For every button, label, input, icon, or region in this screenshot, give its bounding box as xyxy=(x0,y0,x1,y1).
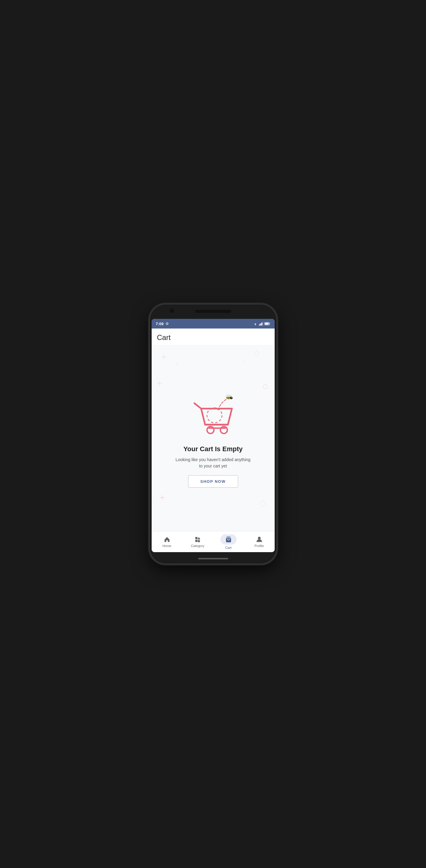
status-right xyxy=(253,322,270,326)
nav-label-category: Category xyxy=(191,544,205,548)
status-bar: 7:09 ⚙ xyxy=(152,319,275,329)
phone-frame: 7:09 ⚙ xyxy=(150,304,276,564)
battery-icon xyxy=(265,322,270,326)
shop-now-button[interactable]: SHOP NOW xyxy=(188,475,238,488)
svg-point-0 xyxy=(255,325,256,326)
svg-marker-7 xyxy=(254,351,260,356)
svg-point-26 xyxy=(231,397,232,398)
phone-screen: 7:09 ⚙ xyxy=(152,319,275,552)
bottom-navigation: Home Category xyxy=(152,531,275,552)
empty-cart-title: Your Cart Is Empty xyxy=(183,445,242,453)
svg-rect-27 xyxy=(195,537,197,539)
status-time: 7:09 xyxy=(156,321,164,326)
sparkle-decoration-1 xyxy=(161,354,167,360)
dot-decoration-1 xyxy=(176,363,178,365)
svg-point-25 xyxy=(230,396,233,399)
svg-marker-9 xyxy=(259,500,266,507)
svg-rect-30 xyxy=(195,539,197,541)
svg-point-24 xyxy=(228,395,232,397)
empty-cart-subtitle: Looking like you haven't added anything … xyxy=(174,457,252,469)
signal-icon xyxy=(259,322,263,326)
app-header: Cart xyxy=(152,329,275,345)
svg-point-32 xyxy=(258,536,261,539)
nav-label-cart: Cart xyxy=(225,546,232,550)
background-decorations xyxy=(152,345,275,531)
settings-icon: ⚙ xyxy=(165,321,169,326)
svg-marker-28 xyxy=(197,537,200,539)
empty-cart-svg xyxy=(186,389,240,437)
svg-rect-3 xyxy=(262,322,262,326)
page-title: Cart xyxy=(157,333,269,342)
nav-item-cart[interactable]: Cart xyxy=(213,531,244,552)
diamond-decoration-2 xyxy=(259,500,266,507)
phone-bottom-bar xyxy=(198,558,228,559)
svg-rect-2 xyxy=(260,323,261,326)
nav-item-category[interactable]: Category xyxy=(182,531,213,552)
svg-line-12 xyxy=(194,403,201,408)
svg-point-11 xyxy=(242,360,244,362)
nav-item-home[interactable]: Home xyxy=(152,531,182,552)
svg-point-18 xyxy=(207,408,222,423)
svg-rect-6 xyxy=(265,323,269,324)
content-area: Cart xyxy=(152,329,275,552)
svg-rect-4 xyxy=(263,322,263,326)
cart-illustration xyxy=(186,389,240,438)
main-content: Your Cart Is Empty Looking like you have… xyxy=(152,345,275,531)
svg-point-8 xyxy=(263,384,267,389)
svg-point-10 xyxy=(176,363,178,365)
category-icon xyxy=(194,536,201,543)
nav-label-profile: Profile xyxy=(254,544,264,548)
status-left: 7:09 ⚙ xyxy=(156,321,169,326)
svg-rect-1 xyxy=(259,324,260,326)
cart-nav-icon xyxy=(225,536,232,543)
plus-decoration xyxy=(157,381,162,386)
circle-decoration xyxy=(263,384,268,390)
phone-camera xyxy=(170,309,174,313)
svg-point-29 xyxy=(198,540,200,542)
sparkle-decoration-2 xyxy=(159,494,165,501)
nav-item-profile[interactable]: Profile xyxy=(244,531,275,552)
home-icon xyxy=(164,536,170,543)
dot-decoration-2 xyxy=(242,360,244,362)
profile-icon xyxy=(256,536,263,543)
cart-active-bg xyxy=(220,534,237,545)
diamond-decoration-1 xyxy=(254,351,260,356)
nav-label-home: Home xyxy=(162,544,171,548)
wifi-icon xyxy=(253,322,258,326)
